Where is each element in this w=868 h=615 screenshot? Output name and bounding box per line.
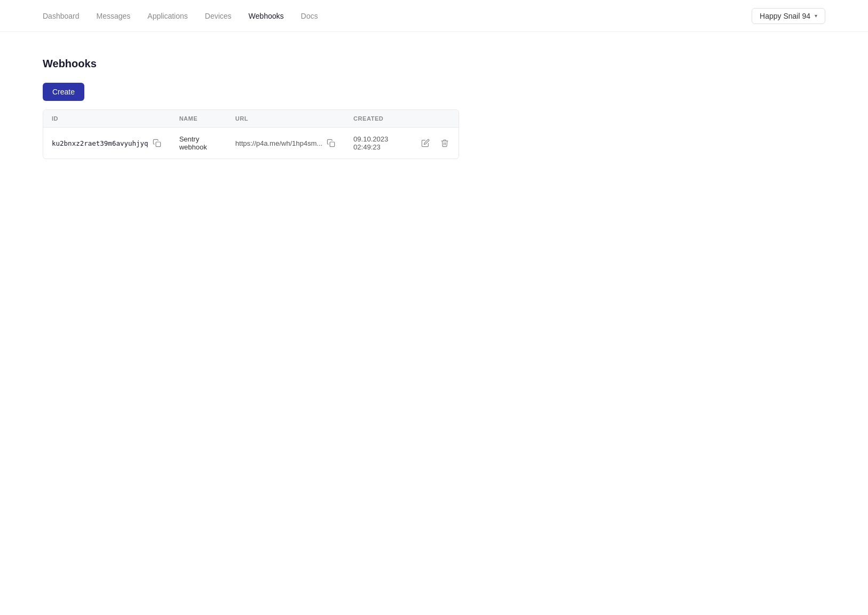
- webhook-url-cell: https://p4a.me/wh/1hp4sm...: [227, 128, 345, 159]
- action-icons: [420, 138, 450, 148]
- page-title: Webhooks: [43, 58, 825, 70]
- id-wrapper: ku2bnxz2raet39m6avyuhjyq: [52, 138, 162, 148]
- webhook-created: 09.10.2023 02:49:23: [353, 135, 388, 151]
- table-row: ku2bnxz2raet39m6avyuhjyq Sentry webhook: [43, 128, 459, 159]
- nav-applications[interactable]: Applications: [147, 10, 188, 22]
- webhook-created-cell: 09.10.2023 02:49:23: [345, 128, 412, 159]
- trash-icon: [440, 139, 449, 147]
- col-created: CREATED: [345, 110, 412, 128]
- webhook-actions-cell: [412, 128, 459, 159]
- edit-icon: [421, 139, 430, 147]
- table-body: ku2bnxz2raet39m6avyuhjyq Sentry webhook: [43, 128, 459, 159]
- nav-links: Dashboard Messages Applications Devices …: [43, 10, 318, 22]
- webhook-name-cell: Sentry webhook: [171, 128, 227, 159]
- svg-rect-1: [330, 142, 335, 147]
- nav-webhooks[interactable]: Webhooks: [249, 10, 284, 22]
- copy-id-button[interactable]: [152, 138, 162, 148]
- col-name: NAME: [171, 110, 227, 128]
- user-name: Happy Snail 94: [760, 12, 810, 20]
- webhook-url: https://p4a.me/wh/1hp4sm...: [235, 139, 322, 147]
- table-header: ID NAME URL CREATED: [43, 110, 459, 128]
- nav-dashboard[interactable]: Dashboard: [43, 10, 80, 22]
- url-wrapper: https://p4a.me/wh/1hp4sm...: [235, 138, 336, 148]
- nav-docs[interactable]: Docs: [301, 10, 318, 22]
- webhooks-table-container: ID NAME URL CREATED ku2bnxz2raet39m6avyu…: [43, 109, 459, 159]
- col-actions: [412, 110, 459, 128]
- webhook-name: Sentry webhook: [179, 135, 207, 151]
- nav-devices[interactable]: Devices: [205, 10, 232, 22]
- edit-button[interactable]: [420, 138, 431, 148]
- copy-url-button[interactable]: [326, 138, 336, 148]
- webhooks-table: ID NAME URL CREATED ku2bnxz2raet39m6avyu…: [43, 110, 459, 159]
- create-button-label: Create: [52, 88, 75, 96]
- webhook-id: ku2bnxz2raet39m6avyuhjyq: [52, 139, 148, 147]
- copy-icon: [153, 139, 161, 147]
- col-id: ID: [43, 110, 171, 128]
- nav-messages[interactable]: Messages: [97, 10, 131, 22]
- svg-rect-0: [156, 142, 161, 147]
- col-url: URL: [227, 110, 345, 128]
- delete-button[interactable]: [439, 138, 450, 148]
- navbar: Dashboard Messages Applications Devices …: [0, 0, 868, 32]
- webhook-id-cell: ku2bnxz2raet39m6avyuhjyq: [43, 128, 171, 159]
- chevron-down-icon: ▾: [815, 13, 817, 19]
- user-menu[interactable]: Happy Snail 94 ▾: [752, 8, 825, 24]
- create-button[interactable]: Create: [43, 83, 84, 101]
- main-content: Webhooks Create ID NAME URL CREATED ku2b…: [0, 32, 868, 185]
- copy-url-icon: [327, 139, 335, 147]
